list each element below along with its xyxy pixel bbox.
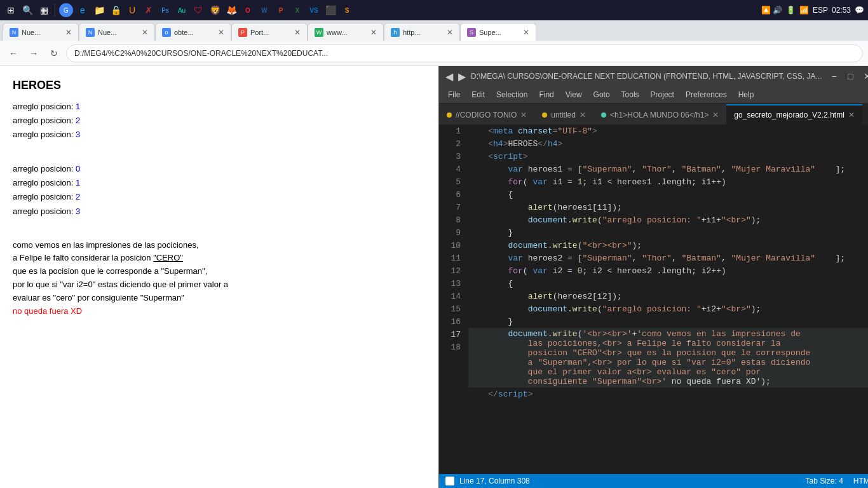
bitdefender-icon[interactable]: 🛡	[191, 3, 205, 17]
main-area: HEROES arreglo posicion: 1 arreglo posic…	[0, 66, 868, 488]
menu-tools[interactable]: Tools	[616, 89, 644, 100]
reload-button[interactable]: ↻	[46, 45, 62, 62]
browser-tab-2[interactable]: N Nue... ✕	[79, 23, 155, 41]
line-num-8: 8	[439, 214, 466, 226]
line-num-9: 9	[439, 226, 466, 239]
notification-icon[interactable]: 💬	[855, 6, 864, 15]
tab-favicon: o	[162, 28, 171, 37]
line-num-17: 17	[439, 328, 466, 341]
line-num-7: 7	[439, 201, 466, 214]
menu-view[interactable]: View	[560, 89, 587, 100]
editor-tab-1[interactable]: //CODIGO TONIO ✕	[439, 104, 534, 125]
tab-label: http...	[403, 29, 421, 36]
start-button[interactable]: ⊞	[4, 3, 18, 17]
file-manager-icon[interactable]: 📁	[92, 3, 106, 17]
line-num-6: 6	[439, 188, 466, 201]
terminal-icon[interactable]: ⬛	[323, 3, 337, 17]
editor-menubar: File Edit Selection Find View Goto Tools…	[439, 86, 868, 103]
editor-nav-back[interactable]: ◀	[445, 71, 453, 83]
editor-tab-2[interactable]: untitled ✕	[534, 104, 593, 125]
task-view-icon[interactable]: ▦	[37, 3, 51, 17]
app2-icon[interactable]: ✗	[142, 3, 156, 17]
firefox-icon[interactable]: 🦊	[224, 3, 238, 17]
tab-size-status[interactable]: Tab Size: 4	[805, 477, 843, 485]
menu-goto[interactable]: Goto	[588, 89, 615, 100]
url-bar[interactable]: D:/MEG4/%C2%A0%20CURSOS/ONE-ORACLE%20NEX…	[66, 44, 863, 62]
tab-close-2[interactable]: ✕	[142, 28, 148, 37]
menu-selection[interactable]: Selection	[491, 89, 532, 100]
menu-edit[interactable]: Edit	[466, 89, 490, 100]
code-area[interactable]: <meta charset="UTF-8"> <h4>HEROES</h4> <…	[466, 125, 868, 474]
editor-tab-4-active[interactable]: go_secreto_mejorado_V2.2.html ✕	[726, 104, 862, 125]
editor-tab-close[interactable]: ✕	[848, 111, 855, 119]
menu-preferences[interactable]: Preferences	[681, 89, 732, 100]
maximize-button[interactable]: □	[844, 69, 858, 83]
audition-icon[interactable]: Au	[175, 3, 189, 17]
line-num-11: 11	[439, 252, 466, 264]
edge-icon[interactable]: e	[76, 3, 90, 17]
menu-find[interactable]: Find	[534, 89, 559, 100]
chrome-icon[interactable]: G	[59, 3, 73, 17]
add-tab-button[interactable]: +	[862, 104, 868, 125]
tab-close-6[interactable]: ✕	[447, 28, 453, 37]
menu-file[interactable]: File	[443, 89, 465, 100]
editor-tab-label: //CODIGO TONIO	[456, 111, 517, 119]
tab-favicon: W	[315, 28, 323, 37]
line-numbers: 1 2 3 4 5 6 7 8 9 10 11 12 13 14 15 16 1…	[439, 125, 466, 474]
language-status[interactable]: HTML	[853, 477, 868, 485]
tab-label: www...	[327, 29, 347, 36]
brave-icon[interactable]: 🦁	[208, 3, 222, 17]
minimize-button[interactable]: −	[827, 69, 841, 83]
search-icon[interactable]: 🔍	[20, 3, 34, 17]
browser-tab-5[interactable]: W www... ✕	[308, 23, 384, 41]
back-button[interactable]: ←	[5, 45, 22, 62]
browser-tab-4[interactable]: P Port... ✕	[231, 23, 308, 41]
line-num-18: 18	[439, 341, 466, 353]
editor-title: D:\MEGA\ CURSOS\ONE-ORACLE NEXT EDUCATIO…	[471, 72, 822, 81]
antivirus-icon[interactable]: 🔒	[109, 3, 123, 17]
editor-nav-forward[interactable]: ▶	[458, 71, 466, 83]
opera-icon[interactable]: O	[241, 3, 255, 17]
vscode-icon[interactable]: VS	[307, 3, 321, 17]
line-num-2: 2	[439, 137, 466, 150]
editor-tab-3[interactable]: <h1>HOLA MUNDO 06</h1> ✕	[593, 104, 726, 125]
line-num-10: 10	[439, 239, 466, 252]
tab-close-5[interactable]: ✕	[370, 28, 377, 37]
line-num-12: 12	[439, 264, 466, 277]
forward-button[interactable]: →	[25, 45, 42, 62]
close-button[interactable]: ✕	[860, 69, 868, 83]
editor-tab-close[interactable]: ✕	[580, 111, 586, 119]
tab-close-3[interactable]: ✕	[218, 28, 224, 37]
tab-label: Nue...	[98, 29, 116, 36]
menu-project[interactable]: Project	[646, 89, 679, 100]
description-section: como vemos en las impresiones de las poc…	[13, 239, 426, 318]
browser-tab-1[interactable]: N Nue... ✕	[3, 23, 79, 41]
window-controls: − □ ✕	[827, 69, 868, 83]
word-icon[interactable]: W	[257, 3, 271, 17]
language-indicator: ESP	[813, 6, 828, 15]
photoshop-icon[interactable]: Ps	[158, 3, 172, 17]
tab-close-1[interactable]: ✕	[65, 28, 72, 37]
app1-icon[interactable]: U	[125, 3, 139, 17]
tab-label: Supe...	[479, 29, 501, 36]
powerpoint-icon[interactable]: P	[274, 3, 288, 17]
editor-statusbar: Line 17, Column 308 Tab Size: 4 HTML	[439, 474, 868, 488]
list-item: arreglo posicion: 2	[13, 190, 426, 204]
code-line-15: document.write("arreglo posicion: "+i2+"…	[468, 302, 868, 315]
browser-tab-6[interactable]: h http... ✕	[384, 23, 460, 41]
sublime-icon[interactable]: S	[340, 3, 354, 17]
browser-tab-active[interactable]: S Supe... ✕	[460, 23, 536, 41]
editor-tab-close[interactable]: ✕	[712, 111, 719, 119]
browser-tab-3[interactable]: o obte... ✕	[155, 23, 231, 41]
status-right: Tab Size: 4 HTML	[805, 477, 868, 485]
code-line-11: var heroes2 = ["Superman", "Thor", "Batm…	[468, 252, 868, 264]
tab-close-active[interactable]: ✕	[523, 28, 529, 37]
excel-icon[interactable]: X	[290, 3, 304, 17]
line-num-13: 13	[439, 277, 466, 290]
editor-tab-close[interactable]: ✕	[520, 111, 527, 119]
tab-favicon: N	[86, 28, 95, 37]
taskbar-separator	[55, 4, 55, 17]
editor-tab-label: untitled	[551, 111, 576, 119]
menu-help[interactable]: Help	[733, 89, 759, 100]
tab-close-4[interactable]: ✕	[294, 28, 301, 37]
